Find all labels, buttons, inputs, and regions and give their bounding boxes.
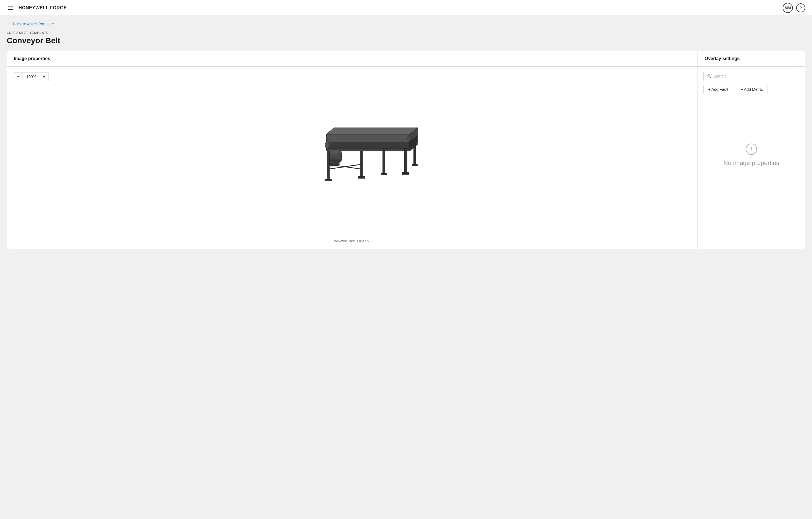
image-filename: Conveyor_Belt_1103.SVG: [7, 239, 698, 249]
empty-state-text: No image properties: [723, 159, 779, 167]
zoom-increase-button[interactable]: +: [40, 72, 49, 81]
avatar[interactable]: MM: [783, 3, 793, 13]
main-panel: Image properties − 100% +: [7, 51, 805, 249]
help-button[interactable]: ?: [796, 3, 805, 12]
svg-rect-22: [325, 179, 331, 181]
header-left: HONEYWELL FORGE: [7, 5, 67, 11]
svg-marker-0: [326, 134, 409, 142]
conveyor-belt-image: [285, 112, 420, 208]
zoom-decrease-button[interactable]: −: [14, 72, 23, 81]
search-icon: 🔍: [707, 74, 712, 78]
image-section-header: Image properties: [7, 51, 698, 66]
menu-icon[interactable]: [7, 5, 14, 11]
page-title: Conveyor Belt: [7, 36, 805, 45]
back-arrow-icon: ←: [7, 22, 11, 27]
add-fault-button[interactable]: + Add Fault: [703, 85, 733, 94]
svg-rect-27: [413, 142, 415, 165]
svg-rect-28: [412, 164, 417, 166]
back-link[interactable]: ← Back to Asset Template: [7, 22, 54, 27]
svg-rect-21: [327, 151, 329, 180]
svg-rect-30: [381, 173, 386, 174]
page-content: ← Back to Asset Template EDIT ASSET TEMP…: [0, 16, 812, 255]
svg-rect-26: [402, 172, 409, 174]
app-header: HONEYWELL FORGE MM ?: [0, 0, 812, 16]
action-buttons: + Add Fault + Add Metric: [703, 85, 799, 94]
conveyor-image-wrapper: [285, 112, 420, 208]
zoom-value-display: 100%: [23, 72, 40, 81]
overlay-controls: 🔍 + Add Fault + Add Metric: [698, 66, 805, 99]
overlay-section: Overlay settings 🔍 + Add Fault + Add Met…: [698, 51, 805, 249]
svg-rect-24: [358, 176, 365, 178]
image-canvas: [7, 81, 698, 239]
add-metric-button[interactable]: + Add Metric: [736, 85, 767, 94]
image-controls: − 100% +: [7, 66, 698, 81]
overlay-section-header: Overlay settings: [698, 51, 805, 66]
page-subtitle: EDIT ASSET TEMPLATE: [7, 31, 805, 34]
svg-marker-2: [326, 128, 417, 134]
svg-point-33: [325, 142, 329, 148]
svg-point-34: [407, 136, 411, 141]
image-section: Image properties − 100% +: [7, 51, 698, 249]
search-wrapper: 🔍: [703, 71, 799, 81]
search-input[interactable]: [703, 71, 799, 81]
empty-state: ! No image properties: [698, 99, 805, 212]
svg-rect-29: [383, 149, 385, 174]
back-link-label: Back to Asset Template: [13, 22, 54, 26]
empty-state-icon: !: [746, 143, 757, 155]
svg-marker-11: [326, 142, 409, 148]
svg-rect-25: [404, 148, 407, 173]
header-right: MM ?: [783, 3, 805, 13]
brand-logo: HONEYWELL FORGE: [19, 5, 67, 10]
